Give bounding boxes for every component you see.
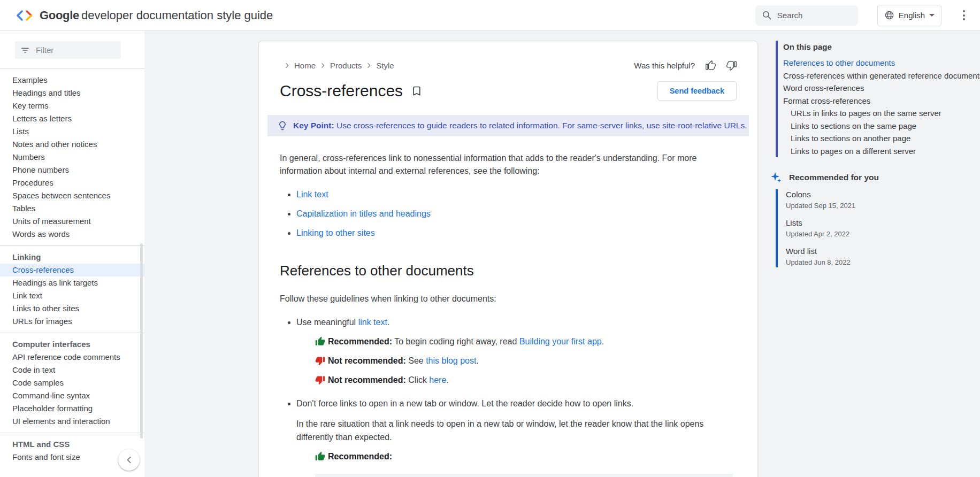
key-point-banner: Key Point: Use cross-references to guide… <box>267 115 749 136</box>
nav-item[interactable]: Units of measurement <box>0 215 144 228</box>
nav-item[interactable]: Numbers <box>0 151 144 164</box>
toc-item[interactable]: Cross-references within generated refere… <box>783 70 980 82</box>
recommendation-text: Recommended: <box>328 450 392 463</box>
content-area: Home Products Style <box>144 31 980 477</box>
example-link[interactable]: here <box>429 375 446 384</box>
breadcrumb-link[interactable]: Style <box>376 61 394 70</box>
nav-item[interactable]: Link text <box>0 289 144 302</box>
nav-group-header: HTML and CSS <box>0 438 144 451</box>
breadcrumb-item: Style <box>362 61 394 70</box>
recommendation-text: Not recommended: Click here. <box>328 374 449 387</box>
section-heading: References to other documents <box>280 264 737 277</box>
toc-item[interactable]: References to other documents <box>783 57 980 70</box>
language-label: English <box>899 11 925 20</box>
nav-item[interactable]: Command-line syntax <box>0 389 144 402</box>
rfy-item-updated: Updated Sep 15, 2021 <box>786 201 980 211</box>
globe-icon <box>884 10 894 20</box>
breadcrumb-link[interactable]: Products <box>330 61 362 70</box>
language-selector[interactable]: English <box>877 5 941 26</box>
nav-item[interactable]: UI elements and interaction <box>0 415 144 428</box>
nav-filter-box[interactable] <box>15 41 121 59</box>
send-feedback-button[interactable]: Send feedback <box>657 81 737 101</box>
nav-item[interactable]: Examples <box>0 74 144 87</box>
nav-item[interactable]: URLs for images <box>0 315 144 328</box>
thumbs-up-button[interactable] <box>706 60 716 71</box>
nav-item[interactable]: Code in text <box>0 364 144 376</box>
nav-item[interactable]: Headings and titles <box>0 87 144 99</box>
nav-item[interactable]: Words as words <box>0 228 144 241</box>
intro-link[interactable]: Link text <box>296 190 328 199</box>
toc-item[interactable]: URLs in links to pages on the same serve… <box>783 107 980 120</box>
example-link[interactable]: Building your first app <box>519 337 602 346</box>
site-logo[interactable]: Googledeveloper documentation style guid… <box>16 9 273 22</box>
breadcrumb-item: Products <box>316 61 362 70</box>
sidenav-scrollbar[interactable] <box>140 243 143 438</box>
nav-filter-input[interactable] <box>36 45 111 55</box>
chevron-left-icon <box>124 455 134 465</box>
sparkle-icon <box>770 171 783 184</box>
nav-item[interactable]: Phone numbers <box>0 164 144 176</box>
chevron-down-icon <box>929 14 935 17</box>
overflow-menu-button[interactable] <box>953 5 975 26</box>
toc-item[interactable]: Links to pages on a different server <box>783 145 980 158</box>
nav-item[interactable]: Cross-references <box>0 264 144 276</box>
rfy-item-title[interactable]: Colons <box>786 189 980 200</box>
chevron-right-icon <box>319 62 326 69</box>
intro-link-list: Link textCapitalization in titles and he… <box>280 188 737 240</box>
toc-item[interactable]: Links to sections on the same page <box>783 120 980 133</box>
intro-link[interactable]: Linking to other sites <box>296 228 375 237</box>
list-item: Link text <box>296 188 737 201</box>
nav-item[interactable]: API reference code comments <box>0 351 144 364</box>
toc-title: On this page <box>783 41 980 53</box>
breadcrumb-item: Home <box>280 61 316 70</box>
rfy-item-updated: Updated Jun 8, 2022 <box>786 258 980 267</box>
guideline-item: Use meaningful link text. Recommended: T… <box>296 316 737 387</box>
chevron-right-icon <box>365 62 372 69</box>
code-brackets-icon <box>16 10 33 21</box>
nav-group: Computer interfaces API reference code c… <box>0 333 144 433</box>
nav-item[interactable]: Spaces between sentences <box>0 189 144 202</box>
nav-item[interactable]: Notes and other notices <box>0 138 144 151</box>
recommendation-row: Not recommended: Click here. <box>315 374 737 387</box>
nav-item[interactable]: Procedures <box>0 176 144 189</box>
thumbs-down-button[interactable] <box>726 60 737 71</box>
rfy-item[interactable]: Colons Updated Sep 15, 2021 <box>786 189 980 211</box>
nav-item[interactable]: Lists <box>0 125 144 138</box>
toc-item[interactable]: Format cross-references <box>783 95 980 107</box>
search-box[interactable] <box>755 5 858 26</box>
nav-list: ExamplesHeadings and titlesKey termsLett… <box>0 68 144 468</box>
search-input[interactable] <box>777 11 847 20</box>
link-text-link[interactable]: link text <box>358 318 387 327</box>
toc-item[interactable]: Links to sections on another page <box>783 132 980 145</box>
toc-item[interactable]: Word cross-references <box>783 82 980 95</box>
nav-item[interactable]: Code samples <box>0 376 144 389</box>
rfy-item[interactable]: Word list Updated Jun 8, 2022 <box>786 246 980 267</box>
chevron-right-icon <box>284 62 290 69</box>
nav-group: ExamplesHeadings and titlesKey termsLett… <box>0 69 144 245</box>
nav-group: Linking Cross-referencesHeadings as link… <box>0 245 144 333</box>
nav-item[interactable]: Headings as link targets <box>0 276 144 289</box>
thumb-icon <box>315 336 325 347</box>
breadcrumb-link[interactable]: Home <box>294 61 316 70</box>
rfy-item-title[interactable]: Word list <box>786 246 980 257</box>
recommendation-row: Not recommended: See this blog post. <box>315 355 737 367</box>
rfy-item[interactable]: Lists Updated Apr 2, 2022 <box>786 218 980 239</box>
example-link[interactable]: this blog post <box>426 356 476 365</box>
intro-paragraph: In general, cross-references link to non… <box>280 152 737 178</box>
collapse-sidenav-button[interactable] <box>118 449 140 471</box>
recommended-for-you: Recommended for you Colons Updated Sep 1… <box>776 171 980 267</box>
nav-item[interactable]: Placeholder formatting <box>0 402 144 415</box>
nav-item[interactable]: Links to other sites <box>0 302 144 315</box>
guideline-item: Don't force links to open in a new tab o… <box>296 397 737 477</box>
bookmark-icon[interactable] <box>411 86 422 96</box>
nav-item[interactable]: Letters as letters <box>0 112 144 125</box>
recommendation-row: Recommended: To begin coding right away,… <box>315 335 737 348</box>
thumb-icon <box>315 356 325 366</box>
lightbulb-icon <box>277 120 288 131</box>
nav-item[interactable]: Tables <box>0 202 144 215</box>
rfy-item-title[interactable]: Lists <box>786 218 980 228</box>
was-this-helpful-label: Was this helpful? <box>634 61 695 70</box>
nav-item[interactable]: Key terms <box>0 99 144 112</box>
breadcrumb: Home Products Style <box>280 61 394 70</box>
intro-link[interactable]: Capitalization in titles and headings <box>296 209 431 218</box>
